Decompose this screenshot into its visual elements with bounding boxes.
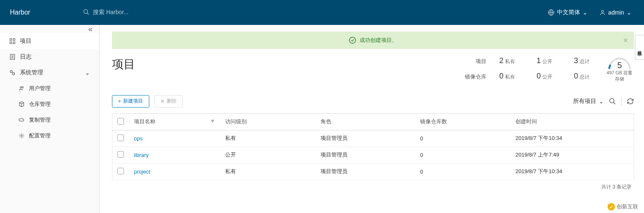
user-menu[interactable]: admin ⌄ — [599, 9, 632, 16]
project-name-link[interactable]: project — [129, 163, 220, 180]
select-label: 所有项目 — [573, 98, 596, 105]
sidebar-item-label: 项目 — [20, 37, 32, 45]
cell-created: 2019/8/7 下午10:34 — [510, 130, 634, 147]
svg-rect-6 — [10, 39, 12, 40]
storage-gauge: 5 497 GB 容量 存储 — [605, 56, 634, 83]
column-created: 创建时间 — [510, 113, 634, 130]
stat-proj-total: 3 — [574, 56, 578, 65]
sidebar-item-logs[interactable]: 日志 — [0, 49, 99, 65]
alert-close-button[interactable]: ✕ — [623, 37, 628, 44]
chevron-down-icon: ⌄ — [85, 69, 90, 76]
cell-repo-count: 0 — [415, 147, 510, 163]
stat-proj-private: 2 — [499, 56, 503, 65]
new-project-button[interactable]: + 新建项目 — [112, 95, 149, 108]
cell-role: 项目管理员 — [316, 130, 415, 147]
svg-point-5 — [601, 10, 603, 12]
search-placeholder: 搜索 Harbor... — [93, 9, 129, 16]
sidebar-item-label: 系统管理 — [20, 69, 43, 76]
watermark-icon: ✓ — [608, 203, 615, 211]
svg-line-25 — [613, 102, 615, 104]
topbar: Harbor 搜索 Harbor... 中文简体 ⌄ admin ⌄ — [0, 0, 644, 25]
gear-icon — [18, 132, 25, 139]
column-repo-count: 镜像仓库数 — [415, 113, 510, 130]
cell-role: 项目管理员 — [316, 163, 415, 180]
row-checkbox[interactable] — [117, 151, 124, 158]
sidebar-item-projects[interactable]: 项目 — [0, 33, 99, 49]
chevron-down-icon: ⌄ — [627, 9, 632, 16]
cell-repo-count: 0 — [415, 163, 510, 180]
button-label: 新建项目 — [123, 98, 143, 105]
svg-rect-8 — [10, 42, 12, 44]
global-search[interactable]: 搜索 Harbor... — [83, 9, 129, 17]
topbar-right: 中文简体 ⌄ admin ⌄ — [548, 9, 644, 16]
globe-icon — [548, 9, 554, 16]
stat-proj-public: 1 — [537, 56, 541, 65]
language-label: 中文简体 — [557, 9, 580, 16]
sidebar-item-label: 复制管理 — [29, 116, 51, 124]
svg-point-15 — [12, 73, 15, 75]
svg-rect-7 — [13, 39, 15, 40]
table-row: ops私有项目管理员02019/8/7 下午10:34 — [112, 130, 634, 147]
stat-row-repos: 镜像仓库 — [465, 73, 486, 81]
select-all-checkbox[interactable] — [117, 118, 124, 125]
sidebar-item-label: 日志 — [20, 53, 32, 61]
svg-point-23 — [350, 37, 356, 44]
sidebar-item-configuration[interactable]: 配置管理 — [0, 128, 99, 144]
cell-repo-count: 0 — [415, 130, 510, 147]
system-icon — [9, 69, 16, 76]
svg-rect-9 — [13, 42, 15, 44]
collapse-sidebar-button[interactable]: « — [0, 25, 99, 33]
sidebar-item-label: 配置管理 — [29, 132, 51, 140]
user-icon — [599, 9, 606, 16]
svg-point-22 — [21, 135, 22, 137]
chevron-down-icon: ⌄ — [599, 98, 604, 105]
project-name-link[interactable]: library — [129, 147, 220, 163]
projects-icon — [9, 38, 16, 44]
stat-repo-private: 0 — [499, 72, 503, 80]
user-label: admin — [608, 9, 624, 16]
table-row: project私有项目管理员02019/8/7 下午10:34 — [112, 163, 634, 180]
svg-point-16 — [20, 87, 22, 88]
watermark: ✓ 创新互联 — [608, 203, 638, 211]
project-filter-select[interactable]: 所有项目 ⌄ — [573, 98, 604, 105]
language-selector[interactable]: 中文简体 ⌄ — [548, 9, 588, 16]
success-alert: 成功创建项目。 ✕ — [112, 32, 634, 49]
page-title: 项目 — [112, 56, 135, 72]
row-checkbox[interactable] — [117, 168, 124, 174]
x-icon: ✕ — [160, 98, 165, 104]
divider — [621, 97, 622, 105]
sidebar-item-label: 用户管理 — [29, 85, 51, 92]
stats-grid: 项目 2私有 1公开 3总计 镜像仓库 0私有 0公开 0总计 — [465, 56, 598, 81]
cube-icon — [18, 101, 25, 108]
svg-line-1 — [87, 13, 89, 15]
alert-message: 成功创建项目。 — [360, 37, 397, 44]
sidebar-item-replication[interactable]: 复制管理 — [0, 112, 99, 128]
cell-created: 2019/8/7 下午10:34 — [510, 163, 634, 180]
row-checkbox[interactable] — [117, 135, 124, 141]
delete-button[interactable]: ✕ 删除 — [154, 95, 183, 108]
sidebar-item-repositories[interactable]: 仓库管理 — [0, 96, 99, 112]
filter-icon[interactable]: ▼ — [210, 118, 215, 124]
cell-access: 私有 — [220, 163, 316, 180]
sidebar: « 项目 日志 系统管理 ⌄ 用户管理 仓库管理 复制管理 配置管理 — [0, 25, 100, 213]
stat-repo-total: 0 — [574, 72, 578, 80]
search-icon — [83, 9, 90, 17]
main-content: 成功创建项目。 ✕ 项目 项目 2私有 1公开 3总计 镜像仓库 0私有 0公开… — [100, 25, 644, 213]
svg-point-24 — [610, 98, 614, 103]
sidebar-item-users[interactable]: 用户管理 — [0, 81, 99, 96]
refresh-button[interactable] — [627, 98, 634, 105]
button-label: 删除 — [167, 98, 177, 105]
cell-access: 私有 — [220, 130, 316, 147]
brand-logo: Harbor — [0, 9, 83, 16]
check-circle-icon — [349, 37, 356, 44]
search-button[interactable] — [609, 98, 616, 105]
event-log-toggle[interactable]: 事件日志 — [635, 35, 644, 60]
users-icon — [18, 85, 25, 92]
stat-repo-public: 0 — [537, 72, 541, 80]
sidebar-item-label: 仓库管理 — [29, 100, 51, 108]
svg-line-20 — [22, 103, 24, 104]
logs-icon — [9, 54, 16, 60]
sidebar-item-system[interactable]: 系统管理 ⌄ — [0, 65, 99, 81]
project-name-link[interactable]: ops — [129, 130, 220, 147]
column-role: 角色 — [316, 113, 415, 130]
